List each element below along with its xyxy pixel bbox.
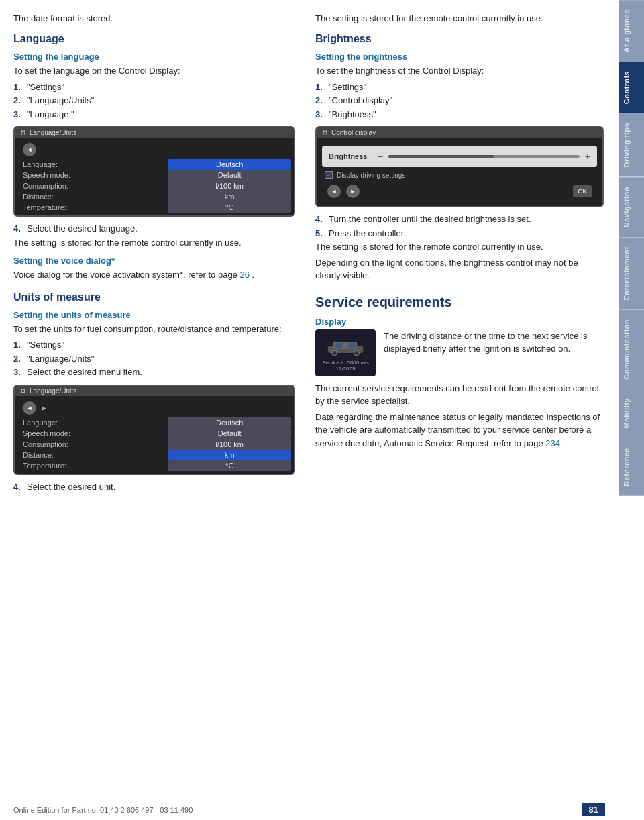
brightness-heading: Brightness: [315, 33, 604, 45]
brightness-control-label: Brightness: [329, 152, 372, 160]
units-section: Units of measure Setting the units of me…: [13, 291, 295, 494]
brightness-nav-right[interactable]: ►: [346, 185, 360, 198]
brightness-plus-icon: +: [585, 151, 590, 162]
sidebar-tab-entertainment[interactable]: Entertainment: [619, 237, 644, 309]
svg-rect-4: [335, 343, 343, 348]
brightness-step-2-num: 2.: [315, 95, 326, 105]
step-1-num: 1.: [13, 82, 24, 92]
units-steps: 1. "Settings" 2. "Language/Units" 3. Sel…: [13, 338, 295, 379]
display-settings-checkbox[interactable]: ✓: [325, 171, 333, 179]
brightness-step-3-text: "Brightness": [329, 108, 376, 121]
footer-text: Online Edition for Part no. 01 40 2 606 …: [13, 806, 193, 814]
language-units-screen: ⚙ Language/Units ◄ Language: Deutsch: [13, 126, 295, 217]
voice-dialog-heading: Setting the voice dialog*: [13, 256, 295, 266]
step-4-text: Select the desired language.: [27, 222, 138, 236]
sidebar-tab-communication[interactable]: Communication: [619, 310, 644, 389]
voice-dialog-body: Voice dialog for the voice activation sy…: [13, 268, 295, 282]
table-row: Speech mode: Default: [17, 170, 291, 181]
language-steps: 1. "Settings" 2. "Language/Units" 3. "La…: [13, 81, 295, 121]
brightness-section: Brightness Setting the brightness To set…: [315, 33, 604, 283]
right-top-text: The setting is stored for the remote con…: [315, 13, 604, 23]
service-para3: Data regarding the maintenance status or…: [315, 411, 604, 450]
units-menu-table: Language: Deutsch Speech mode: Default C…: [17, 417, 291, 471]
units-step-3-text: Select the desired menu item.: [27, 366, 142, 379]
sidebar-tab-mobility[interactable]: Mobility: [619, 389, 644, 438]
table-row: Consumption: l/100 km: [17, 439, 291, 450]
brightness-intro: To set the brightness of the Control Dis…: [315, 64, 604, 78]
units-screen-title: Language/Units: [30, 387, 76, 395]
brightness-ok-btn[interactable]: OK: [573, 185, 592, 197]
sidebar-tab-controls[interactable]: Controls: [619, 62, 644, 113]
brightness-screen: ⚙ Control display Brightness − +: [315, 126, 604, 207]
sidebar: At a glance Controls Driving tips Naviga…: [619, 0, 644, 820]
brightness-step-1-num: 1.: [315, 82, 326, 92]
svg-point-2: [332, 350, 337, 356]
language-heading: Language: [13, 33, 295, 45]
display-settings-label: Display driving settings: [337, 172, 405, 179]
screen-title-1: Language/Units: [30, 129, 76, 136]
left-top-text: The date format is stored.: [13, 13, 295, 23]
sidebar-tab-at-a-glance[interactable]: At a glance: [619, 0, 644, 62]
brightness-screen-title: Control display: [331, 129, 376, 136]
units-step-1-num: 1.: [13, 340, 24, 350]
table-row: Consumption: l/100 km: [17, 181, 291, 191]
brightness-screen-gear-icon: ⚙: [322, 129, 328, 136]
step-4-num: 4.: [13, 223, 24, 234]
table-row: Temperature: °C: [17, 202, 291, 213]
brightness-nav-left[interactable]: ◄: [327, 185, 341, 198]
units-screen: ⚙ Language/Units ◄ ▶ Language: Deutsch: [13, 385, 295, 475]
units-step-1-text: "Settings": [27, 338, 64, 352]
table-row: Language: Deutsch: [17, 159, 291, 170]
units-step-2-num: 2.: [13, 354, 24, 364]
brightness-steps: 1. "Settings" 2. "Control display" 3. "B…: [315, 81, 604, 121]
language-stored-text: The setting is stored for the remote con…: [13, 236, 295, 250]
units-heading: Units of measure: [13, 291, 295, 303]
sidebar-tab-driving-tips[interactable]: Driving tips: [619, 113, 644, 177]
brightness-step-4-text: Turn the controller until the desired br…: [329, 213, 531, 226]
step-2-num: 2.: [13, 95, 24, 105]
units-step-4-num: 4.: [13, 482, 24, 492]
service-para2: The current service requirements can be …: [315, 382, 604, 408]
car-svg-icon: [325, 334, 366, 358]
service-display-content: Service in 5600 mls 12/2009 The driving …: [315, 329, 604, 382]
language-intro: To set the language on the Control Displ…: [13, 64, 295, 78]
page-number: 81: [582, 803, 605, 816]
sidebar-tab-navigation[interactable]: Navigation: [619, 177, 644, 237]
table-row: Distance: km: [17, 450, 291, 460]
table-row: Language: Deutsch: [17, 417, 291, 428]
brightness-note: Depending on the light conditions, the b…: [315, 256, 604, 283]
voice-dialog-link[interactable]: 26: [239, 270, 249, 280]
setting-language-subheading: Setting the language: [13, 52, 295, 62]
brightness-step-3-num: 3.: [315, 109, 326, 119]
screen-gear-icon: ⚙: [20, 129, 26, 136]
service-page-link[interactable]: 234: [545, 438, 560, 448]
svg-rect-5: [349, 343, 356, 348]
step-3-num: 3.: [13, 109, 24, 119]
brightness-minus-icon: −: [378, 151, 383, 162]
units-step-4-text: Select the desired unit.: [27, 480, 115, 494]
step-3-text: "Language:": [27, 108, 74, 121]
brightness-step-1-text: "Settings": [329, 81, 366, 94]
sidebar-tab-reference[interactable]: Reference: [619, 438, 644, 496]
display-subheading: Display: [315, 317, 604, 327]
brightness-slider[interactable]: [388, 155, 580, 158]
brightness-step-2-text: "Control display": [329, 94, 392, 107]
service-heading: Service requirements: [315, 295, 604, 310]
setting-brightness-subheading: Setting the brightness: [315, 52, 604, 62]
units-nav-left[interactable]: ◄: [23, 401, 36, 415]
table-row: Speech mode: Default: [17, 428, 291, 439]
table-row: Distance: km: [17, 191, 291, 202]
setting-units-subheading: Setting the units of measure: [13, 310, 295, 320]
brightness-step-4-num: 4.: [315, 214, 326, 224]
nav-left[interactable]: ◄: [23, 143, 36, 156]
service-image: Service in 5600 mls 12/2009: [315, 329, 376, 376]
units-screen-gear-icon: ⚙: [20, 387, 26, 395]
page-footer: Online Edition for Part no. 01 40 2 606 …: [0, 799, 619, 820]
service-image-text: Service in 5600 mls 12/2009: [319, 360, 372, 372]
units-step-3-num: 3.: [13, 367, 24, 377]
service-section: Service requirements Display Service in …: [315, 295, 604, 450]
step-1-text: "Settings": [27, 81, 64, 94]
units-intro: To set the units for fuel consumption, r…: [13, 323, 295, 336]
step-2-text: "Language/Units": [27, 94, 94, 107]
table-row: Temperature: °C: [17, 460, 291, 471]
